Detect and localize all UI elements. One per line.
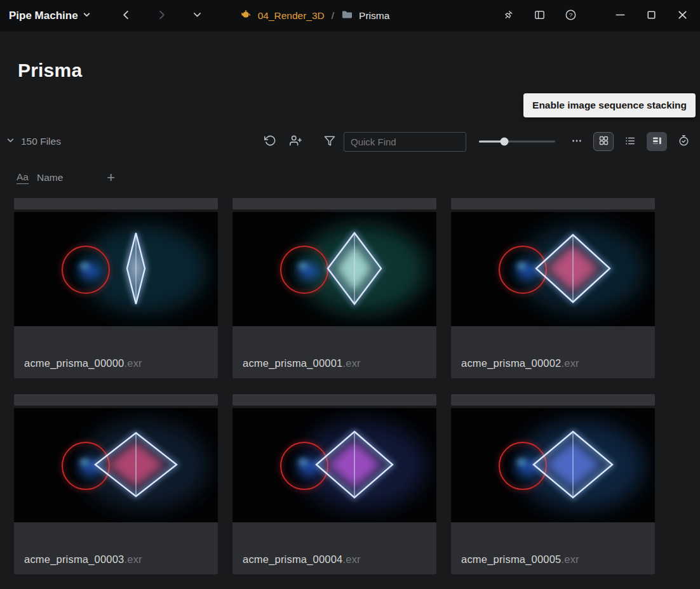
file-card-footer: acme_prisma_00000.exr (14, 326, 218, 378)
file-name: acme_prisma_00002.exr (461, 357, 579, 369)
history-dropdown-button[interactable] (189, 7, 206, 25)
list-view-button[interactable] (621, 133, 639, 150)
filter-funnel-icon (324, 135, 335, 149)
maximize-button[interactable] (642, 7, 660, 25)
zoom-slider-thumb[interactable] (500, 138, 508, 146)
stack-group-header[interactable] (232, 394, 436, 406)
file-name-ext: .exr (343, 357, 361, 369)
file-card-body[interactable]: acme_prisma_00005.exr (451, 408, 655, 574)
file-name-ext: .exr (125, 357, 142, 369)
file-card-footer: acme_prisma_00001.exr (232, 326, 436, 378)
sequence-stack-button[interactable] (647, 132, 667, 151)
file-name-base: acme_prisma_00001 (243, 357, 343, 369)
stack-group-header[interactable] (232, 198, 436, 209)
zoom-slider[interactable] (479, 136, 555, 147)
minimize-button[interactable] (611, 7, 629, 25)
sidebar-panel-icon (534, 9, 546, 23)
file-card-body[interactable]: acme_prisma_00000.exr (14, 212, 218, 378)
stack-group-header[interactable] (14, 198, 218, 209)
more-options-button[interactable] (568, 133, 586, 150)
file-grid: acme_prisma_00000.exr (0, 198, 700, 574)
app-window: Pipe Machine (0, 0, 700, 574)
file-card[interactable]: acme_prisma_00004.exr (232, 394, 436, 574)
add-person-button[interactable] (286, 133, 304, 150)
stack-group-header[interactable] (451, 394, 655, 406)
file-name-base: acme_prisma_00005 (461, 553, 562, 565)
window-controls: ? (499, 7, 691, 25)
file-name-ext: .exr (343, 553, 361, 565)
file-card[interactable]: acme_prisma_00001.exr (232, 198, 436, 378)
breadcrumb-separator: / (332, 10, 334, 22)
file-thumbnail (451, 212, 655, 326)
file-card-body[interactable]: acme_prisma_00004.exr (232, 408, 436, 574)
back-button[interactable] (118, 7, 135, 25)
pin-icon (502, 10, 514, 23)
toolbar: 150 Files (0, 129, 700, 154)
stack-group-header[interactable] (451, 198, 655, 209)
svg-text:?: ? (569, 11, 572, 18)
file-card[interactable]: acme_prisma_00000.exr (14, 198, 218, 378)
file-name: acme_prisma_00005.exr (461, 553, 579, 566)
minimize-icon (614, 9, 626, 23)
file-name-base: acme_prisma_00002 (461, 357, 562, 369)
case-sensitivity-toggle[interactable]: Aa (17, 171, 29, 184)
file-name-ext: .exr (125, 553, 142, 565)
timer-icon (678, 135, 690, 149)
panel-toggle-button[interactable] (530, 7, 548, 25)
breadcrumb-project[interactable]: 04_Render_3D (258, 10, 325, 22)
file-name-ext: .exr (562, 357, 579, 369)
file-card-footer: acme_prisma_00004.exr (232, 522, 436, 574)
add-person-icon (290, 135, 302, 149)
pin-button[interactable] (499, 7, 517, 25)
stack-group-header[interactable] (14, 394, 218, 406)
file-card[interactable]: acme_prisma_00002.exr (451, 198, 655, 378)
filter-button[interactable] (321, 133, 339, 150)
breadcrumb: 04_Render_3D / Prisma (239, 8, 390, 23)
add-sort-button[interactable]: + (107, 171, 115, 184)
undo-button[interactable] (261, 133, 279, 150)
file-card-body[interactable]: acme_prisma_00002.exr (451, 212, 655, 378)
chevron-right-icon (156, 9, 168, 23)
file-name: acme_prisma_00003.exr (24, 553, 142, 566)
titlebar: Pipe Machine (0, 0, 700, 32)
file-card[interactable]: acme_prisma_00003.exr (14, 394, 218, 574)
nav-history-controls (118, 7, 206, 25)
close-icon (676, 9, 689, 23)
grid-view-button[interactable] (593, 132, 614, 151)
maximize-icon (645, 9, 657, 23)
sort-field-name[interactable]: Name (37, 172, 63, 183)
file-thumbnail (14, 212, 218, 326)
file-name: acme_prisma_00001.exr (243, 357, 361, 369)
file-card-footer: acme_prisma_00002.exr (451, 326, 655, 378)
file-card-body[interactable]: acme_prisma_00001.exr (232, 212, 436, 378)
file-count-group: 150 Files (4, 133, 61, 150)
ellipsis-icon (571, 135, 582, 149)
file-card-footer: acme_prisma_00003.exr (14, 522, 218, 574)
file-name-base: acme_prisma_00000 (24, 357, 125, 369)
timer-button[interactable] (675, 133, 692, 150)
breadcrumb-folder[interactable]: Prisma (359, 10, 389, 22)
sequence-stack-icon (652, 135, 663, 148)
undo-icon (264, 135, 276, 149)
app-name: Pipe Machine (9, 10, 78, 22)
file-thumbnail (232, 212, 436, 326)
help-button[interactable]: ? (562, 7, 579, 25)
help-icon: ? (565, 9, 577, 23)
file-name-base: acme_prisma_00003 (24, 553, 125, 565)
quick-find-input[interactable] (344, 132, 466, 152)
file-card-footer: acme_prisma_00005.exr (451, 522, 655, 574)
file-name-base: acme_prisma_00004 (243, 553, 343, 565)
chevron-down-icon (83, 10, 91, 22)
sort-row: Aa Name + (17, 169, 700, 186)
file-card-body[interactable]: acme_prisma_00003.exr (14, 408, 218, 574)
file-count: 150 Files (21, 136, 61, 147)
folder-icon (341, 9, 353, 23)
file-thumbnail (14, 408, 218, 522)
file-thumbnail (232, 408, 436, 522)
app-menu-button[interactable]: Pipe Machine (9, 10, 91, 22)
file-card[interactable]: acme_prisma_00005.exr (451, 394, 655, 574)
forward-button[interactable] (153, 7, 171, 25)
collapse-section-button[interactable] (4, 133, 17, 150)
toolbar-actions (261, 132, 692, 152)
close-button[interactable] (673, 7, 691, 25)
